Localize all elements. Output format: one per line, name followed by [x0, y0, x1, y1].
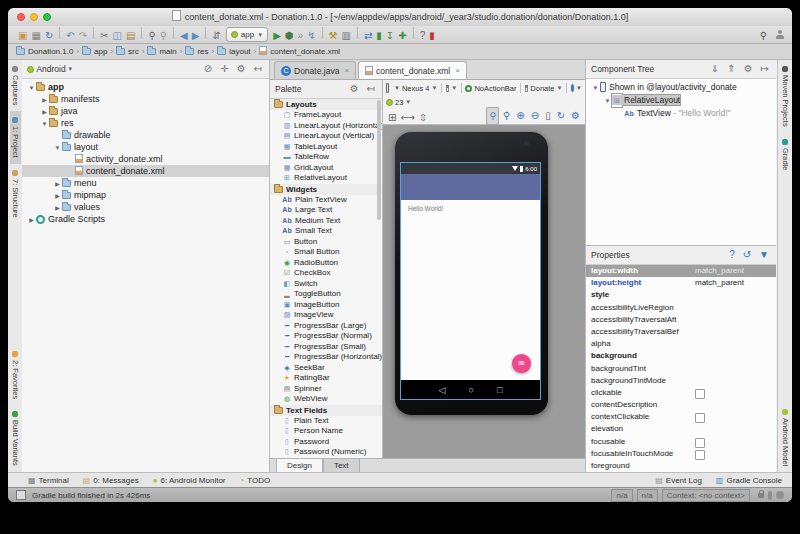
- tool-tab-build-variants[interactable]: Build Variants: [10, 405, 21, 472]
- palette-item[interactable]: ▣ImageButton: [270, 300, 382, 311]
- help-icon[interactable]: ?: [727, 247, 737, 263]
- tree-item[interactable]: content_donate.xml: [22, 165, 269, 177]
- property-value[interactable]: match_parent: [695, 265, 776, 277]
- status-cell[interactable]: n/a: [637, 489, 658, 502]
- component-tree-item[interactable]: AbTextView - "Hello World!": [586, 107, 776, 120]
- copy-icon[interactable]: ◫: [110, 30, 123, 41]
- palette-item[interactable]: ━ProgressBar (Small): [270, 342, 382, 353]
- device-monitor-icon[interactable]: ▮: [427, 30, 437, 41]
- property-row[interactable]: layout:heightmatch_parent: [586, 277, 776, 289]
- property-value[interactable]: [695, 289, 776, 301]
- cut-icon[interactable]: ✂: [98, 30, 110, 41]
- tool-window-button-gradle-console[interactable]: ▥Gradle Console: [716, 476, 782, 485]
- preview-settings-icon[interactable]: ⚙: [569, 108, 582, 124]
- close-tab-icon[interactable]: ×: [344, 63, 349, 79]
- device-selector[interactable]: Nexus 4: [402, 84, 430, 93]
- redo-icon[interactable]: ↷: [77, 30, 89, 41]
- palette-item[interactable]: ━ProgressBar (Large): [270, 321, 382, 332]
- property-value[interactable]: [695, 363, 776, 375]
- tool-tab-captures[interactable]: Captures: [10, 60, 21, 111]
- property-row[interactable]: style: [586, 289, 776, 301]
- status-cell[interactable]: n/a: [611, 489, 632, 502]
- zoom-out-icon[interactable]: ⊖: [529, 108, 541, 124]
- tool-window-switcher-icon[interactable]: [16, 490, 26, 500]
- tab-text[interactable]: Text: [323, 459, 360, 473]
- tree-item[interactable]: ▼res: [22, 117, 269, 129]
- settings-icon[interactable]: ⚙: [235, 61, 248, 77]
- palette-item[interactable]: ▭Button: [270, 237, 382, 248]
- hide-panel-icon[interactable]: ↤: [365, 81, 377, 97]
- sync-gradle-icon[interactable]: ⇄: [362, 30, 374, 41]
- tool-window-button-6-android-monitor[interactable]: ●6: Android Monitor: [153, 476, 226, 485]
- device-screen[interactable]: 6:00 Hello World! ✉ ◁○□: [401, 163, 540, 399]
- back-icon[interactable]: ◀: [178, 30, 190, 41]
- tree-item[interactable]: ▼app: [22, 81, 269, 93]
- tool-window-button-terminal[interactable]: ▦Terminal: [28, 476, 69, 485]
- breadcrumb-item[interactable]: content_donate.xml: [259, 47, 340, 56]
- breadcrumb-item[interactable]: main: [147, 47, 176, 56]
- editor-tab-donate-java[interactable]: CDonate.java×: [274, 61, 356, 79]
- replace-icon[interactable]: ⚲: [158, 30, 169, 41]
- breadcrumb-item[interactable]: layout: [217, 47, 250, 56]
- checkbox[interactable]: [695, 389, 705, 399]
- status-cell[interactable]: Context: <no context>: [662, 489, 750, 502]
- tool-tab-2-favorites[interactable]: 2: Favorites: [10, 345, 21, 405]
- property-row[interactable]: accessibilityLiveRegion: [586, 302, 776, 314]
- tool-tab-1-project[interactable]: 1: Project: [10, 111, 21, 164]
- palette-item[interactable]: ▯Password (Numeric): [270, 447, 382, 457]
- avd-manager-icon[interactable]: ▮: [374, 30, 384, 41]
- palette-item[interactable]: ☑CheckBox: [270, 268, 382, 279]
- capture-tool-icon[interactable]: ▥: [340, 30, 353, 41]
- project-view-selector[interactable]: Android: [36, 60, 65, 78]
- checkbox[interactable]: [695, 438, 705, 448]
- tool-window-button-0-messages[interactable]: ▤0: Messages: [83, 476, 139, 485]
- palette-scrollbar[interactable]: [377, 100, 381, 220]
- expand-all-icon[interactable]: ⇓: [709, 61, 721, 77]
- save-all-icon[interactable]: ▦: [29, 30, 42, 41]
- find-icon[interactable]: ⚲: [146, 30, 157, 41]
- zoom-page-icon[interactable]: ▯: [543, 108, 553, 124]
- component-tree-item[interactable]: ▼⊞RelativeLayout: [586, 94, 776, 107]
- palette-item[interactable]: ◈SeekBar: [270, 363, 382, 374]
- background-tasks-icon[interactable]: [776, 491, 784, 499]
- palette-item[interactable]: ◧Switch: [270, 279, 382, 290]
- nav-home-icon[interactable]: ○: [469, 385, 474, 395]
- property-row[interactable]: alpha: [586, 338, 776, 350]
- zoom-fit-height-icon[interactable]: ⇳: [417, 112, 429, 123]
- attach-debugger-icon[interactable]: ↯: [305, 30, 317, 41]
- hide-panel-icon[interactable]: ↦: [759, 61, 771, 77]
- palette-item[interactable]: AbMedium Text: [270, 216, 382, 227]
- palette-item[interactable]: ▦GridLayout: [270, 163, 382, 174]
- property-value[interactable]: match_parent: [695, 277, 776, 289]
- palette-item[interactable]: ▢FrameLayout: [270, 110, 382, 121]
- tree-item[interactable]: ▶manifests: [22, 93, 269, 105]
- palette-item[interactable]: ▫Small Button: [270, 247, 382, 258]
- orientation-icon[interactable]: [446, 85, 450, 92]
- palette-item[interactable]: AbLarge Text: [270, 205, 382, 216]
- breadcrumb-item[interactable]: Donation.1.0: [16, 47, 73, 56]
- zoom-actual-size-icon[interactable]: ⚲: [501, 108, 512, 124]
- property-row[interactable]: accessibilityTraversalBef: [586, 326, 776, 338]
- api-level-selector[interactable]: 23: [395, 98, 403, 107]
- sdk-manager-icon[interactable]: ↧: [384, 30, 396, 41]
- tool-tab-7-structure[interactable]: 7: Structure: [10, 164, 21, 224]
- edit-configurations-icon[interactable]: ⚒: [327, 30, 340, 41]
- tool-window-button-todo[interactable]: ◔TODO: [240, 476, 271, 485]
- settings-icon[interactable]: ⚙: [348, 81, 361, 97]
- collapse-tree-icon[interactable]: ✛: [218, 61, 230, 77]
- property-row[interactable]: foreground: [586, 460, 776, 472]
- property-value[interactable]: [695, 375, 776, 387]
- palette-item[interactable]: ▤Spinner: [270, 384, 382, 395]
- user-profile-icon[interactable]: [775, 30, 784, 39]
- tree-item[interactable]: ▶Gradle Scripts: [22, 213, 269, 225]
- tree-item[interactable]: ▶mipmap: [22, 189, 269, 201]
- theme-selector[interactable]: NoActionBar: [465, 84, 516, 93]
- layout-content[interactable]: Hello World! ✉: [401, 200, 540, 380]
- tree-item[interactable]: ▶java: [22, 105, 269, 117]
- editor-tab-content-donate-xml[interactable]: content_donate.xml×: [358, 61, 467, 79]
- palette-item[interactable]: ★RatingBar: [270, 373, 382, 384]
- tree-item[interactable]: ▼layout: [22, 141, 269, 153]
- property-row[interactable]: focusable: [586, 436, 776, 448]
- breadcrumb-item[interactable]: res: [185, 47, 208, 56]
- lock-icon[interactable]: [758, 493, 764, 498]
